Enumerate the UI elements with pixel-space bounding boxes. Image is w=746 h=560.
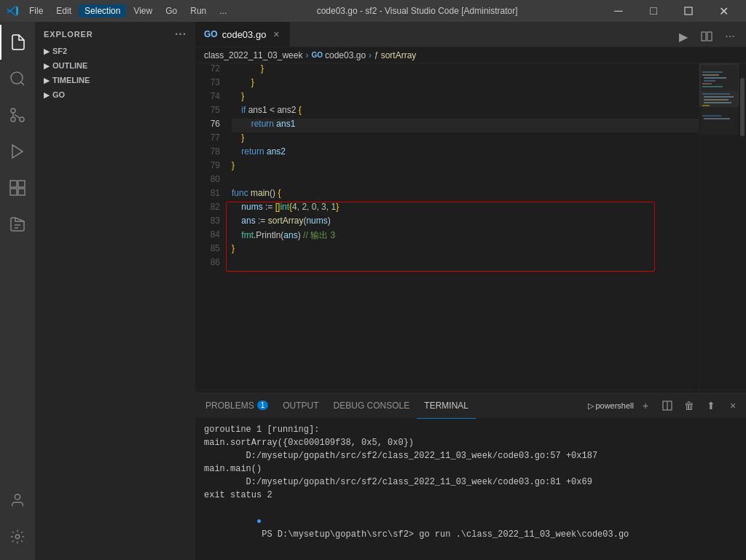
titlebar-left: File Edit Selection View Go Run ...	[6, 4, 232, 17]
line-num-73: 73	[195, 77, 220, 91]
menu-file[interactable]: File	[23, 4, 49, 17]
line-num-81: 81	[195, 188, 220, 202]
prompt-dot: ●	[256, 516, 262, 527]
line-num-80: 80	[195, 174, 220, 188]
titlebar-title: code03.go - sf2 - Visual Studio Code [Ad…	[232, 6, 602, 16]
terminal-tab-output[interactable]: OUTPUT	[275, 393, 326, 419]
activity-run-debug[interactable]	[0, 134, 35, 169]
menu-more[interactable]: ...	[213, 4, 232, 17]
line-num-75: 75	[195, 105, 220, 119]
tab-code03[interactable]: GO code03.go ×	[195, 22, 290, 47]
tab-close-button[interactable]: ×	[270, 28, 282, 40]
svg-point-1	[11, 72, 23, 84]
titlebar: File Edit Selection View Go Run ... code…	[0, 0, 746, 22]
chevron-right-icon-4: ▶	[44, 91, 50, 99]
more-actions-button[interactable]: ···	[720, 26, 740, 47]
code-line-82: nums := []int{4, 2, 0, 3, 1}	[232, 202, 699, 216]
terminal-content[interactable]: goroutine 1 [running]: main.sortArray({0…	[195, 419, 746, 560]
code-line-77: }	[232, 133, 699, 146]
line-num-74: 74	[195, 91, 220, 105]
line-num-86: 86	[195, 257, 220, 271]
sidebar-section-sf2-header[interactable]: ▶ SF2	[35, 44, 195, 58]
breadcrumb-folder[interactable]: class_2022_11_03_week	[204, 50, 302, 60]
activity-bar	[0, 22, 35, 560]
run-code-button[interactable]: ▶	[673, 26, 694, 47]
sidebar-section-go-header[interactable]: ▶ GO	[35, 87, 195, 102]
svg-point-12	[15, 535, 20, 539]
menu-selection[interactable]: Selection	[79, 4, 126, 17]
new-terminal-button[interactable]: +	[635, 395, 656, 416]
code-line-79: }	[232, 160, 699, 174]
svg-line-2	[21, 82, 24, 85]
svg-point-5	[11, 117, 15, 122]
sidebar-section-outline-header[interactable]: ▶ OUTLINE	[35, 58, 195, 73]
maximize-button[interactable]	[672, 0, 705, 22]
activity-testing[interactable]	[0, 207, 35, 242]
svg-rect-14	[707, 32, 712, 41]
terminal-tabs: PROBLEMS 1 OUTPUT DEBUG CONSOLE TERMINAL…	[195, 393, 746, 419]
sidebar-title: Explorer	[44, 30, 93, 39]
menu-view[interactable]: View	[127, 4, 158, 17]
vertical-scrollbar[interactable]	[739, 63, 746, 390]
sidebar-section-sf2-label: SF2	[52, 47, 67, 55]
activity-explorer[interactable]	[0, 25, 35, 60]
split-editor-button[interactable]	[696, 26, 717, 47]
code-line-86	[232, 257, 699, 271]
minimize-button[interactable]: ─	[602, 0, 635, 22]
scrollbar-thumb[interactable]	[740, 78, 745, 136]
vscode-icon	[6, 4, 19, 17]
menu-run[interactable]: Run	[184, 4, 212, 17]
maximize-panel-button[interactable]: ⬆	[701, 395, 721, 416]
chevron-right-icon-2: ▶	[44, 62, 50, 70]
breadcrumb-file[interactable]: code03.go	[325, 50, 366, 60]
terminal-tab-terminal[interactable]: TERMINAL	[417, 393, 476, 419]
code-line-78: return ans2	[232, 146, 699, 160]
terminal-line-1: goroutine 1 [running]:	[204, 423, 737, 436]
sidebar-section-sf2: ▶ SF2	[35, 44, 195, 58]
func-icon-breadcrumb: ƒ	[374, 51, 379, 59]
tab-filename: code03.go	[222, 29, 267, 40]
go-icon-breadcrumb: GO	[311, 51, 323, 59]
menu-edit[interactable]: Edit	[50, 4, 77, 17]
kill-terminal-button[interactable]: 🗑	[679, 395, 699, 416]
terminal-tab-problems[interactable]: PROBLEMS 1	[198, 393, 275, 419]
editor-area: GO code03.go × ▶ ··· class_2022_11_03_we…	[195, 22, 746, 560]
svg-rect-22	[701, 91, 738, 135]
split-terminal-button[interactable]	[657, 395, 678, 416]
line-num-72: 72	[195, 63, 220, 77]
terminal-line-2: main.sortArray({0xc000109f38, 0x5, 0x0})	[204, 436, 737, 449]
shell-indicator: ▷ powershell	[588, 401, 634, 411]
svg-rect-13	[702, 32, 706, 41]
editor-lines-content: 72 73 74 75 76 77 78 79 80 81 82 83 84 8…	[195, 63, 699, 390]
line-num-77: 77	[195, 133, 220, 146]
svg-rect-10	[18, 189, 25, 195]
code-line-83: ans := sortArray(nums)	[232, 216, 699, 229]
sidebar: Explorer ··· ▶ SF2 ▶ OUTLINE ▶ TIMELINE …	[35, 22, 195, 560]
code-line-75: if ans1 < ans2 {	[232, 105, 699, 119]
close-panel-button[interactable]: ×	[723, 395, 743, 416]
chevron-right-icon-3: ▶	[44, 76, 50, 84]
chevron-right-icon: ▶	[44, 47, 50, 55]
activity-settings[interactable]	[0, 519, 35, 554]
activity-source-control[interactable]	[0, 98, 35, 133]
activity-search[interactable]	[0, 61, 35, 96]
sidebar-section-timeline-header[interactable]: ▶ TIMELINE	[35, 73, 195, 87]
terminal-tab-debug-console[interactable]: DEBUG CONSOLE	[326, 393, 417, 419]
sidebar-menu-button[interactable]: ···	[175, 28, 186, 41]
problems-badge: 1	[257, 401, 269, 410]
code-content[interactable]: } } } if ans1 < ans2 { return ans1 } ret…	[226, 63, 699, 390]
terminal-controls: ▷ powershell + 🗑 ⬆ ×	[588, 395, 743, 416]
activity-extensions[interactable]	[0, 170, 35, 205]
code-line-76: return ans1	[232, 119, 699, 133]
restore-button[interactable]: □	[637, 0, 670, 22]
line-num-76: 76	[195, 119, 220, 133]
activity-account[interactable]	[0, 483, 35, 518]
close-button[interactable]: ✕	[707, 0, 740, 22]
menu-go[interactable]: Go	[160, 4, 183, 17]
breadcrumb-sep-2: ›	[369, 50, 372, 60]
breadcrumb-function[interactable]: sortArray	[381, 50, 417, 60]
tabs-bar: GO code03.go × ▶ ···	[195, 22, 746, 47]
sidebar-section-go: ▶ GO	[35, 87, 195, 102]
svg-marker-6	[12, 145, 23, 158]
titlebar-menu: File Edit Selection View Go Run ...	[23, 4, 232, 17]
